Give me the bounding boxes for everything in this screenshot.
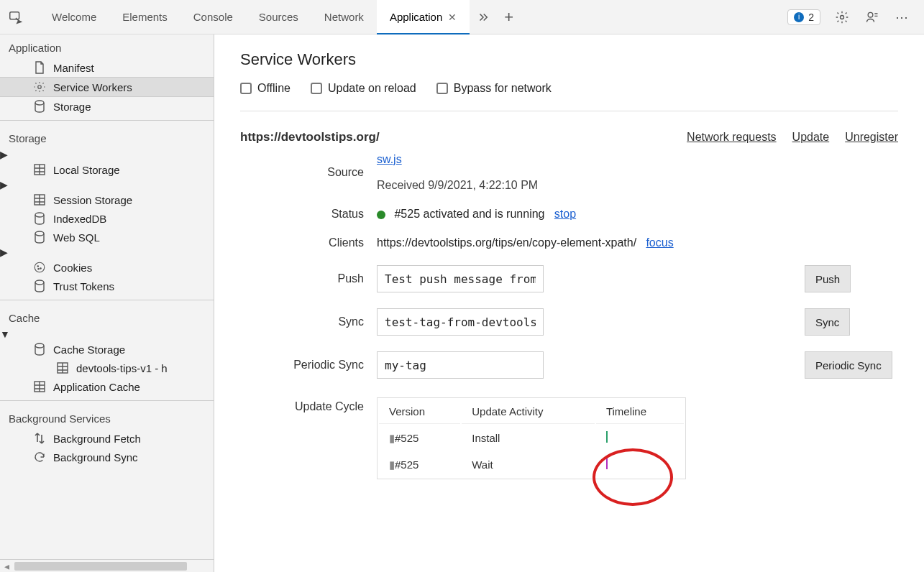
gear-icon[interactable] (833, 9, 851, 26)
collapse-icon[interactable]: ▼ (0, 328, 10, 340)
topbar-right: i 2 ⋯ (780, 9, 918, 26)
more-tabs-button[interactable] (470, 0, 497, 34)
info-icon: i (794, 12, 804, 22)
push-input[interactable] (377, 265, 544, 292)
feedback-icon[interactable] (864, 9, 881, 26)
svg-point-1 (841, 15, 844, 19)
sidebar-label: IndexedDB (53, 213, 106, 225)
source-file-link[interactable]: sw.js (377, 153, 402, 165)
section-background-services: Background Services (0, 405, 214, 429)
update-cycle-table: Version Update Activity Timeline ▮#525 I… (377, 397, 686, 479)
close-icon[interactable]: ✕ (448, 11, 457, 23)
th-activity: Update Activity (462, 400, 595, 424)
application-sidebar: Application Manifest Service Workers Sto… (0, 34, 214, 572)
sidebar-item-manifest[interactable]: Manifest (0, 58, 214, 77)
sidebar-label: Cookies (53, 262, 92, 274)
service-workers-panel: Service Workers Offline Update on reload… (214, 34, 924, 572)
tab-sources[interactable]: Sources (246, 0, 311, 34)
database-icon (33, 212, 46, 225)
gear-icon (33, 80, 46, 93)
tab-application-label: Application (390, 11, 442, 23)
new-tab-button[interactable]: + (497, 0, 521, 34)
sidebar-label: Application Cache (53, 381, 140, 393)
update-link[interactable]: Update (792, 131, 830, 144)
section-storage: Storage (0, 125, 214, 149)
expand-icon[interactable]: ▶ (0, 246, 8, 258)
sidebar-horizontal-scrollbar[interactable]: ◂ (0, 559, 214, 572)
timeline-bar (606, 431, 608, 443)
tab-console[interactable]: Console (180, 0, 246, 34)
sw-origin: https://devtoolstips.org/ (240, 130, 380, 144)
sidebar-item-cache-entry[interactable]: devtools-tips-v1 - h (0, 359, 214, 377)
sidebar-item-websql[interactable]: Web SQL (0, 228, 214, 246)
issues-badge[interactable]: i 2 (787, 9, 820, 25)
update-on-reload-checkbox[interactable]: Update on reload (311, 82, 416, 95)
tab-application[interactable]: Application ✕ (377, 0, 470, 34)
database-icon (33, 343, 46, 356)
expand-icon[interactable]: ▶ (0, 149, 8, 160)
sidebar-item-service-workers[interactable]: Service Workers (0, 77, 214, 97)
inspect-icon[interactable] (6, 7, 26, 27)
label-source: Source (240, 166, 377, 179)
periodic-sync-input[interactable] (377, 351, 544, 379)
bypass-network-checkbox[interactable]: Bypass for network (436, 82, 552, 95)
sidebar-item-background-sync[interactable]: Background Sync (0, 448, 214, 466)
top-tab-bar: Welcome Elements Console Sources Network… (0, 0, 924, 34)
label-update-cycle: Update Cycle (240, 395, 377, 413)
sidebar-label: Storage (53, 101, 91, 113)
scroll-thumb[interactable] (14, 562, 187, 571)
sidebar-item-trust-tokens[interactable]: Trust Tokens (0, 277, 214, 295)
checkbox-icon (240, 83, 252, 94)
sync-input[interactable] (377, 308, 544, 336)
sync-button[interactable]: Sync (805, 308, 850, 336)
svg-point-7 (35, 213, 44, 217)
stop-link[interactable]: stop (554, 208, 576, 220)
issues-count: 2 (808, 11, 814, 23)
label-push: Push (240, 272, 377, 285)
sidebar-item-indexeddb[interactable]: IndexedDB (0, 209, 214, 228)
sidebar-label: Local Storage (53, 164, 120, 176)
sidebar-item-application-cache[interactable]: Application Cache (0, 377, 214, 396)
svg-point-11 (40, 268, 42, 269)
scroll-left-icon[interactable]: ◂ (0, 561, 13, 572)
sidebar-label: Background Sync (53, 451, 138, 463)
svg-point-8 (35, 231, 44, 236)
tab-welcome[interactable]: Welcome (39, 0, 109, 34)
label-status: Status (240, 208, 377, 221)
sidebar-label: Service Workers (53, 81, 132, 93)
document-icon (33, 61, 46, 74)
network-requests-link[interactable]: Network requests (687, 131, 777, 144)
focus-link[interactable]: focus (646, 236, 673, 249)
offline-checkbox[interactable]: Offline (240, 82, 291, 95)
timeline-bar (606, 458, 608, 469)
page-title: Service Workers (240, 50, 898, 69)
sidebar-label: Trust Tokens (53, 280, 114, 292)
sync-icon (33, 451, 46, 463)
database-icon (33, 280, 46, 292)
th-timeline: Timeline (596, 400, 684, 424)
periodic-sync-button[interactable]: Periodic Sync (805, 351, 892, 379)
database-icon (33, 100, 46, 113)
th-version: Version (379, 400, 460, 424)
sidebar-item-local-storage[interactable]: Local Storage (0, 160, 214, 179)
table-row: ▮#525 Wait (379, 452, 684, 477)
svg-point-10 (37, 266, 39, 267)
database-icon (33, 231, 46, 244)
sidebar-label: Web SQL (53, 231, 100, 244)
unregister-link[interactable]: Unregister (845, 131, 898, 144)
sidebar-item-session-storage[interactable]: Session Storage (0, 190, 214, 209)
sidebar-item-cookies[interactable]: Cookies (0, 258, 214, 277)
sidebar-label: Cache Storage (53, 343, 125, 356)
more-menu-icon[interactable]: ⋯ (894, 9, 911, 26)
push-button[interactable]: Push (805, 265, 851, 292)
sw-options-row: Offline Update on reload Bypass for netw… (240, 82, 898, 111)
sidebar-item-background-fetch[interactable]: Background Fetch (0, 429, 214, 448)
tab-elements[interactable]: Elements (109, 0, 180, 34)
status-dot-icon (377, 211, 385, 219)
tab-network[interactable]: Network (311, 0, 377, 34)
sidebar-item-cache-storage[interactable]: Cache Storage (0, 340, 214, 359)
sidebar-item-storage[interactable]: Storage (0, 97, 214, 116)
expand-icon[interactable]: ▶ (0, 179, 8, 190)
sidebar-label: Background Fetch (53, 433, 141, 445)
grid-icon (33, 193, 46, 206)
